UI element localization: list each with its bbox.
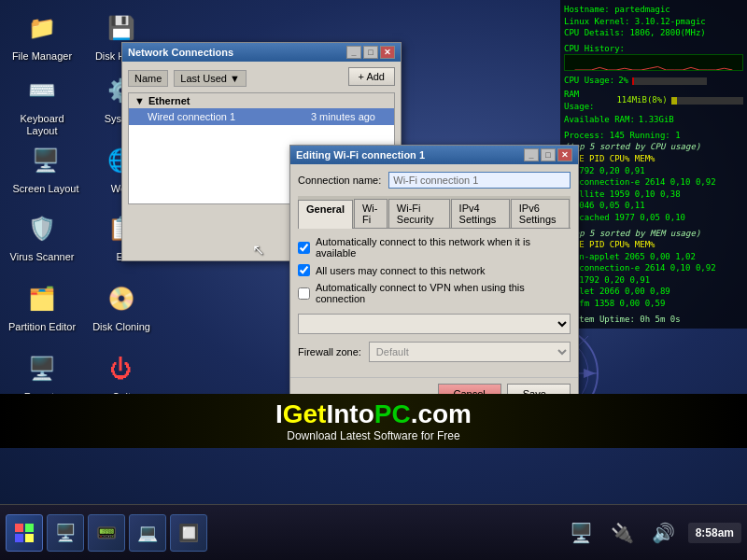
col-last-used: Last Used ▼ bbox=[174, 70, 246, 87]
sysmon-table-header: NAME PID CPU% MEM% bbox=[564, 153, 743, 165]
sysmon-cpu-details: CPU Details: 1806, 2800(MHz) bbox=[564, 27, 743, 39]
taskbar: 🖥️ 📟 💻 🔲 🖥️ 🔌 🔊 8:58am bbox=[0, 504, 747, 560]
taskbar-app-browser[interactable]: 💻 bbox=[129, 514, 166, 552]
sysmon-process-note2: (top 5 sorted by MEM usage) bbox=[564, 228, 743, 240]
all-users-checkbox[interactable] bbox=[298, 264, 310, 276]
auto-connect-label: Automatically connect to this network wh… bbox=[316, 236, 571, 259]
taskbar-app-terminal[interactable]: 🖥️ bbox=[47, 514, 84, 552]
firewall-label: Firewall zone: bbox=[298, 346, 361, 357]
sysmon-cpu-history-label: CPU History: bbox=[564, 43, 743, 55]
virus-scanner-label: Virus Scanner bbox=[5, 251, 79, 263]
wifi-body: Connection name: General Wi-Fi Wi-Fi Sec… bbox=[290, 164, 578, 377]
systray-network-icon[interactable]: 🔌 bbox=[606, 516, 640, 550]
brand-text: IGetIntoPC.com bbox=[0, 399, 747, 429]
vpn-section: Automatically connect to VPN when using … bbox=[298, 282, 571, 334]
keyboard-layout-icon: ⌨️ bbox=[23, 72, 61, 109]
ethernet-label: Ethernet bbox=[148, 95, 190, 106]
sysmon-rows: 9 1792 0,20 0,91 wi-connection-e 2614 0,… bbox=[564, 165, 743, 224]
firewall-dropdown[interactable]: Default bbox=[369, 342, 571, 362]
wifi-tab-bar: General Wi-Fi Wi-Fi Security IPv4 Settin… bbox=[298, 196, 571, 229]
conn-name-input[interactable] bbox=[388, 172, 571, 189]
sysmon-process: Process: 145 Running: 1 bbox=[564, 130, 743, 142]
sysmon-process-note: (top 5 sorted by CPU usage) bbox=[564, 141, 743, 153]
wifi-window-minimize[interactable]: _ bbox=[524, 148, 539, 161]
cpu-history-chart bbox=[564, 54, 743, 71]
net-col-headers: Name Last Used ▼ bbox=[128, 70, 247, 87]
col-name: Name bbox=[128, 70, 168, 87]
wifi-window-titlebar: Editing Wi-Fi connection 1 _ □ ✕ bbox=[290, 146, 578, 164]
disk-cloning-label: Disk Cloning bbox=[84, 321, 159, 333]
disk-cloning-icon: 📀 bbox=[103, 280, 140, 317]
ram-usage-bar-bg bbox=[671, 97, 743, 105]
connection-name-row: Connection name: bbox=[298, 172, 571, 189]
screen-layout-label: Screen Layout bbox=[8, 183, 83, 195]
systray-volume-icon[interactable]: 🔊 bbox=[647, 516, 681, 550]
net-window-close[interactable]: ✕ bbox=[380, 46, 395, 59]
taskbar-app-misc[interactable]: 🔲 bbox=[170, 514, 207, 552]
svg-rect-14 bbox=[25, 534, 34, 542]
system-monitor: Hostname: partedmagic Linux Kernel: 3.10… bbox=[560, 0, 747, 329]
desktop-icon-keyboard-layout[interactable]: ⌨️ Keyboard Layout bbox=[5, 72, 79, 137]
wired-connection-name: Wired connection 1 bbox=[148, 111, 235, 122]
vpn-dropdown[interactable] bbox=[298, 314, 571, 334]
brand-get: Get bbox=[283, 399, 327, 428]
taskbar-app-files[interactable]: 📟 bbox=[88, 514, 125, 552]
vpn-checkbox-row: Automatically connect to VPN when using … bbox=[298, 282, 571, 304]
all-users-label: All users may connect to this network bbox=[316, 265, 486, 276]
net-window-maximize[interactable]: □ bbox=[363, 46, 378, 59]
net-toolbar: Name Last Used ▼ + Add bbox=[128, 67, 395, 89]
wifi-general-panel: Automatically connect to this network wh… bbox=[298, 229, 571, 370]
file-manager-label: File Manager bbox=[5, 50, 79, 63]
wifi-window-maximize[interactable]: □ bbox=[541, 148, 556, 161]
ram-usage-row: RAM Usage: 114MiB(8%) bbox=[564, 89, 743, 112]
cpu-usage-row: CPU Usage: 2% bbox=[564, 75, 743, 87]
all-users-row: All users may connect to this network bbox=[298, 264, 571, 276]
wifi-window-close[interactable]: ✕ bbox=[557, 148, 572, 161]
auto-connect-row: Automatically connect to this network wh… bbox=[298, 236, 571, 259]
taskbar-start-button[interactable] bbox=[6, 514, 43, 552]
sysmon-rows2: eman-applet 2065 0,00 1,02 wi-connection… bbox=[564, 251, 743, 310]
watermark: IGetIntoPC.com Download Latest Software … bbox=[0, 394, 747, 448]
sysmon-kernel: Linux Kernel: 3.10.12-pmagic bbox=[564, 16, 743, 28]
ram-available-label: Available RAM: bbox=[564, 114, 635, 126]
brand-into: Into bbox=[326, 399, 374, 428]
cpu-usage-label: CPU Usage: bbox=[564, 75, 614, 87]
desktop: Hostname: partedmagic Linux Kernel: 3.10… bbox=[0, 0, 747, 504]
virus-scanner-icon: 🛡️ bbox=[23, 210, 61, 247]
desktop-icon-virus-scanner[interactable]: 🛡️ Virus Scanner bbox=[5, 210, 79, 263]
desktop-icon-partition-editor[interactable]: 🗂️ Partition Editor bbox=[5, 280, 79, 333]
tab-wifi-security[interactable]: Wi-Fi Security bbox=[388, 199, 450, 228]
svg-rect-13 bbox=[15, 534, 23, 542]
screen-layout-icon: 🖥️ bbox=[27, 142, 64, 179]
net-window-minimize[interactable]: _ bbox=[346, 46, 361, 59]
keyboard-layout-label: Keyboard Layout bbox=[5, 113, 79, 137]
wifi-window-title: Editing Wi-Fi connection 1 bbox=[296, 149, 425, 161]
wifi-window-controls: _ □ ✕ bbox=[524, 148, 572, 161]
net-window-titlebar: Network Connections _ □ ✕ bbox=[122, 43, 401, 62]
conn-name-label: Connection name: bbox=[298, 175, 381, 186]
tab-general[interactable]: General bbox=[298, 200, 353, 229]
watermark-tagline: Download Latest Software for Free bbox=[0, 429, 747, 442]
ram-usage-val: 114MiB(8%) bbox=[616, 94, 667, 106]
tab-ipv6[interactable]: IPv6 Settings bbox=[511, 199, 570, 228]
wired-connection-time: 3 minutes ago bbox=[311, 111, 375, 122]
brand-i: I bbox=[275, 399, 283, 428]
svg-rect-11 bbox=[15, 524, 23, 532]
vpn-checkbox[interactable] bbox=[298, 287, 310, 300]
desktop-icon-screen-layout[interactable]: 🖥️ Screen Layout bbox=[8, 142, 83, 195]
svg-marker-10 bbox=[584, 369, 596, 378]
remote-desktop-icon: 🖥️ bbox=[23, 350, 61, 387]
tab-wifi[interactable]: Wi-Fi bbox=[354, 199, 388, 228]
ram-usage-bar-fill bbox=[671, 97, 677, 105]
desktop-icon-disk-cloning[interactable]: 📀 Disk Cloning bbox=[84, 280, 159, 333]
add-connection-button[interactable]: + Add bbox=[348, 67, 395, 86]
brand-pc: PC bbox=[374, 399, 411, 428]
ram-usage-label: RAM Usage: bbox=[564, 89, 613, 112]
partition-editor-icon: 🗂️ bbox=[23, 280, 61, 317]
systray-monitor-icon[interactable]: 🖥️ bbox=[565, 516, 599, 550]
auto-connect-checkbox[interactable] bbox=[298, 242, 310, 254]
cpu-usage-pct: 2% bbox=[618, 75, 628, 87]
wired-connection-item[interactable]: Wired connection 1 3 minutes ago bbox=[129, 108, 394, 125]
desktop-icon-file-manager[interactable]: 📁 File Manager bbox=[5, 9, 79, 63]
tab-ipv4[interactable]: IPv4 Settings bbox=[451, 199, 510, 228]
